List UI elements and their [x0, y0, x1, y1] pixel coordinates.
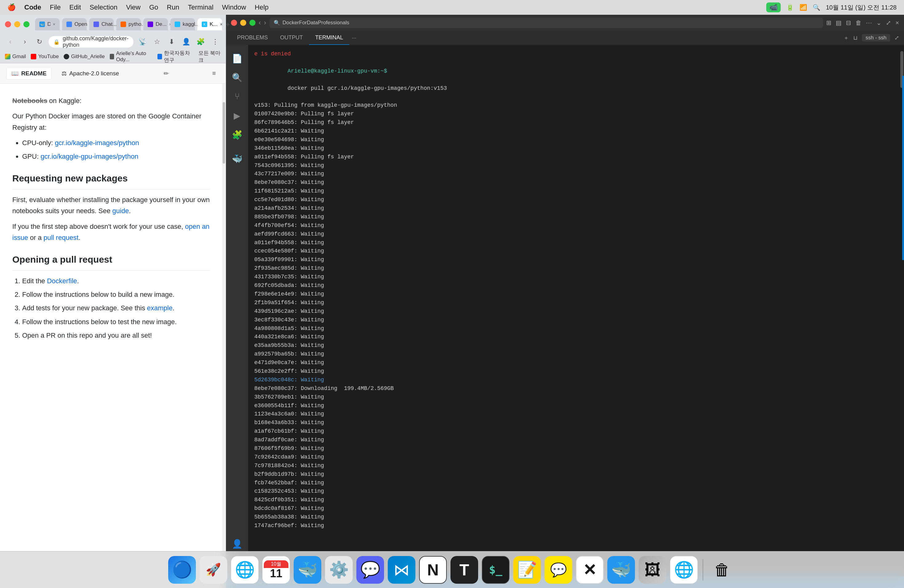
dock-docker-desktop[interactable]: 🐳: [607, 556, 635, 584]
dock-finder[interactable]: 🔵: [168, 556, 196, 584]
dock-vscode[interactable]: ⋈: [388, 556, 416, 584]
tab-python[interactable]: pytho... ×: [116, 18, 141, 30]
dock-kakao[interactable]: 💬: [545, 556, 572, 584]
menubar-view[interactable]: View: [126, 3, 141, 11]
bookmarks-more-button[interactable]: 모든 북마크: [198, 49, 221, 64]
sidebar-source-control[interactable]: ⑂: [228, 88, 246, 105]
expand-icon[interactable]: ⤢: [886, 19, 891, 27]
terminal-body[interactable]: e is denied Arielle@kaggle-linux-gpu-vm:…: [248, 45, 900, 576]
open-issue-link[interactable]: open an issue: [12, 223, 209, 242]
browser-refresh[interactable]: ↻: [34, 36, 45, 47]
list-view-button[interactable]: ≡: [209, 68, 220, 79]
dock-chrome[interactable]: 🌐: [231, 556, 259, 584]
ssh-label[interactable]: ssh - ssh: [862, 34, 890, 41]
menubar-edit[interactable]: Edit: [69, 3, 81, 11]
dock-calendar[interactable]: 10월 11: [262, 556, 290, 584]
tab-kaggl[interactable]: kaggl... ×: [170, 18, 195, 30]
tab-de[interactable]: De... ×: [143, 18, 168, 30]
readme-scrollbar[interactable]: [222, 84, 226, 588]
sidebar-search[interactable]: 🔍: [228, 69, 246, 86]
readme-gpu-link[interactable]: gcr.io/kaggle-gpu-images/python: [41, 153, 138, 160]
bookmark-youtube[interactable]: YouTube: [31, 54, 59, 60]
more-icon[interactable]: ⋯: [866, 19, 872, 27]
tab-terminal[interactable]: TERMINAL: [309, 31, 349, 45]
browser-back[interactable]: ‹: [5, 36, 16, 47]
terminal-tl-yellow[interactable]: [240, 20, 246, 26]
tab-k-active[interactable]: K K... ×: [198, 18, 222, 30]
menubar-file[interactable]: File: [50, 3, 60, 11]
terminal-expand-icon[interactable]: ⤢: [895, 35, 899, 41]
dock-chrome-2[interactable]: 🌐: [670, 556, 698, 584]
terminal-tl-red[interactable]: [231, 20, 237, 26]
menubar-selection[interactable]: Selection: [90, 3, 117, 11]
dock-docker[interactable]: 🐳: [294, 556, 321, 584]
bookmark-github-arielle[interactable]: GitHub_Arielle: [64, 54, 105, 60]
dock-system-prefs[interactable]: ⚙️: [325, 556, 353, 584]
address-bar[interactable]: 🔒 github.com/Kaggle/docker-python: [49, 36, 133, 47]
tab-problems[interactable]: PROBLEMS: [231, 31, 274, 45]
layout-icon[interactable]: ▤: [836, 19, 842, 27]
bookmark-arielle-auto[interactable]: Arielle's Auto Ody...: [110, 51, 153, 63]
browser-menu[interactable]: ⋮: [210, 36, 221, 47]
dock-preview[interactable]: 🖼: [638, 556, 666, 584]
download-icon[interactable]: ⬇: [166, 36, 177, 47]
menubar-help[interactable]: Help: [254, 3, 269, 11]
dock-typora[interactable]: T: [450, 556, 478, 584]
sidebar-run-debug[interactable]: ▶: [228, 107, 246, 124]
split-editor-icon[interactable]: ⊞: [826, 19, 831, 27]
terminal-forward-btn[interactable]: ›: [264, 19, 266, 27]
collapse-icon[interactable]: ⌄: [876, 19, 882, 27]
bookmark-korean[interactable]: 한국자동차연구: [157, 49, 193, 64]
tab-docker[interactable]: 🐳 Dock... ×: [35, 18, 60, 30]
cast-icon[interactable]: 📡: [137, 36, 148, 47]
dock-notion[interactable]: N: [419, 556, 447, 584]
traffic-light-yellow[interactable]: [14, 21, 20, 27]
dock-trash[interactable]: 🗑: [708, 556, 736, 584]
profile-icon[interactable]: 👤: [181, 36, 191, 47]
extensions-icon[interactable]: 🧩: [195, 36, 206, 47]
terminal-split-icon[interactable]: ⊔: [853, 35, 858, 41]
traffic-light-red[interactable]: [5, 21, 11, 27]
terminal-search-bar[interactable]: 🔍 DockerForDataProfessionals: [269, 17, 823, 28]
split-vertical-icon[interactable]: ⊟: [846, 19, 851, 27]
dock-launchpad[interactable]: 🚀: [199, 556, 227, 584]
dock-x[interactable]: ✕: [576, 556, 604, 584]
sidebar-explorer[interactable]: 📄: [228, 50, 246, 67]
edit-readme-button[interactable]: ✏: [161, 68, 172, 79]
traffic-light-green[interactable]: [24, 21, 30, 27]
dock-notes[interactable]: 📝: [513, 556, 541, 584]
terminal-output-19: 2f935aec985d: Waiting: [254, 264, 893, 273]
dock-terminal[interactable]: $_: [482, 556, 509, 584]
bookmark-gmail[interactable]: Gmail: [5, 54, 26, 60]
browser-forward[interactable]: ›: [19, 36, 30, 47]
new-tab-button[interactable]: ＋: [224, 19, 231, 30]
tab-chat[interactable]: Chat... ×: [89, 18, 114, 30]
readme-cpu-link[interactable]: gcr.io/kaggle-images/python: [55, 139, 139, 147]
terminal-scrollbar[interactable]: [900, 45, 904, 576]
bookmark-icon[interactable]: ☆: [152, 36, 162, 47]
apple-menu[interactable]: 🍎: [7, 3, 16, 11]
example-link[interactable]: example: [147, 304, 172, 312]
menubar-terminal[interactable]: Terminal: [188, 3, 213, 11]
tab-output[interactable]: OUTPUT: [274, 31, 309, 45]
guide-link[interactable]: guide: [112, 207, 129, 215]
pull-request-link[interactable]: pull request: [44, 234, 79, 242]
license-tab[interactable]: ⚖ Apache-2.0 license: [57, 67, 124, 79]
terminal-tabs-more[interactable]: ···: [352, 35, 356, 41]
sidebar-extensions[interactable]: 🧩: [228, 126, 246, 143]
terminal-back-btn[interactable]: ‹: [259, 19, 261, 27]
sidebar-docker-icon[interactable]: 🐳: [228, 150, 246, 167]
trash-icon[interactable]: 🗑: [855, 19, 861, 27]
dock-discord[interactable]: 💬: [356, 556, 384, 584]
menubar-icon-search[interactable]: 🔍: [813, 4, 820, 11]
readme-tab[interactable]: 📖 README: [6, 67, 52, 80]
tab-open[interactable]: Open ×: [62, 18, 87, 30]
menubar-go[interactable]: Go: [149, 3, 158, 11]
menubar-code[interactable]: Code: [24, 3, 41, 11]
dockerfile-link[interactable]: Dockerfile: [47, 277, 77, 285]
close-icon[interactable]: ×: [895, 19, 899, 27]
terminal-plus-icon[interactable]: ＋: [844, 34, 849, 41]
menubar-run[interactable]: Run: [167, 3, 179, 11]
menubar-window[interactable]: Window: [222, 3, 246, 11]
terminal-tl-green[interactable]: [250, 20, 256, 26]
